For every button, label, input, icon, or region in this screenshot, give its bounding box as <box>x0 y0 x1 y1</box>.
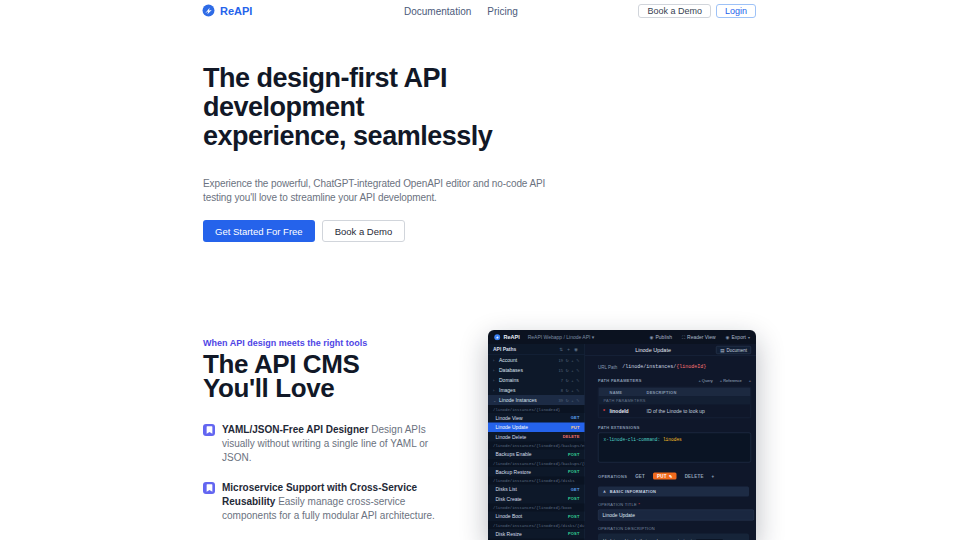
sidebar-title: API Paths <box>493 347 516 353</box>
path-extensions-label: PATH EXTENSIONS <box>598 425 751 430</box>
section-heading: The API CMS You'll Love <box>203 352 359 400</box>
plus-icon: + <box>571 388 573 393</box>
endpoint-linode-delete: Linode DeleteDELETE <box>488 432 585 442</box>
brand-name: ReAPI <box>220 5 252 17</box>
nav-pricing[interactable]: Pricing <box>487 6 518 17</box>
brand-logo[interactable]: ReAPI <box>202 4 252 17</box>
endpoint-backup-restore: Backup RestorePOST <box>488 467 585 477</box>
path-parameters-header: PATH PARAMETERS + Query + Reference + <box>598 379 751 384</box>
chevron-right-icon: › <box>493 388 497 393</box>
edit-icon: ✎ <box>576 368 579 373</box>
feature-text: YAML/JSON-Free API Designer Design APIs … <box>222 423 459 465</box>
edit-icon: ✎ <box>576 388 579 393</box>
get-started-button[interactable]: Get Started For Free <box>203 220 315 242</box>
endpoint-editor-panel: Linode Update ▤Document URL Path /linode… <box>585 344 756 540</box>
refresh-icon: ↻ <box>565 378 568 383</box>
book-demo-button[interactable]: Book a Demo <box>638 4 711 18</box>
hero-title: The design-first API development experie… <box>203 64 492 151</box>
operation-description-box: Updates a Linode that you have permissio… <box>598 534 749 540</box>
url-path-label: URL Path <box>598 364 617 369</box>
plus-icon: + <box>571 398 573 403</box>
app-screenshot: ReAPI ReAPI Webapp / Linode API ▾ ◉Publi… <box>488 330 756 540</box>
tab-delete: DELETE <box>685 474 704 479</box>
app-breadcrumb: ReAPI Webapp / Linode API ▾ <box>528 334 595 340</box>
endpoint-path: /linode/instances/{linodeId} <box>488 405 585 413</box>
sidebar-header: API Paths ⇅ + ◉ <box>488 344 585 355</box>
nav-documentation[interactable]: Documentation <box>404 6 471 17</box>
edit-icon: ✎ <box>576 358 579 363</box>
url-path-value: /linode/instances/{linodeId} <box>622 364 706 370</box>
publish-button: ◉Publish <box>650 334 672 340</box>
refresh-icon: ↻ <box>565 368 568 373</box>
reapi-logo-icon <box>202 4 215 17</box>
edit-icon: ✎ <box>576 378 579 383</box>
tab-add-operation: + <box>712 474 715 479</box>
hero-book-demo-button[interactable]: Book a Demo <box>322 220 406 242</box>
app-brand-name: ReAPI <box>504 334 520 340</box>
folder-linode-instances: ⌄ Linode Instances 39↻+✎ <box>488 395 585 405</box>
plus-icon: + <box>571 368 573 373</box>
endpoint-linode-update: Linode UpdatePUT <box>488 423 585 433</box>
chevron-down-icon: ⌄ <box>493 398 497 403</box>
folder-account: › Account 19↻+✎ <box>488 355 585 365</box>
feature-list: YAML/JSON-Free API Designer Design APIs … <box>203 423 459 540</box>
endpoint-linode-view: Linode ViewGET <box>488 413 585 423</box>
parameter-row-linodeid: * linodeId ID of the Linode to look up <box>599 405 751 418</box>
landing-page: ReAPI Documentation Pricing Book a Demo … <box>0 0 960 540</box>
folder-images: › Images 8↻+✎ <box>488 385 585 395</box>
endpoint-path: /linode/instances/{linodeId}/disks/{disk… <box>488 521 585 529</box>
hero-cta-group: Get Started For Free Book a Demo <box>203 220 405 242</box>
operation-title-label: OPERATION TITLE * <box>598 503 751 508</box>
refresh-icon: ↻ <box>565 398 568 403</box>
plus-icon: + <box>571 358 573 363</box>
chevron-right-icon: › <box>493 368 497 373</box>
endpoint-path: /linode/instances/{linodeId}/boot <box>488 504 585 512</box>
operation-title-input: Linode Update <box>598 510 754 521</box>
reader-view-button: ⛶Reader View <box>682 334 716 340</box>
folder-domains: › Domains 7↻+✎ <box>488 375 585 385</box>
endpoint-disk-resize: Disk ResizePOST <box>488 529 585 539</box>
endpoint-disks-list: Disks ListGET <box>488 485 585 495</box>
api-paths-sidebar: API Paths ⇅ + ◉ › Account 19↻+✎ › Databa… <box>488 344 585 540</box>
document-icon: ▤ <box>720 347 724 352</box>
chevron-up-icon: ∧ <box>603 489 606 494</box>
app-window: ReAPI ReAPI Webapp / Linode API ▾ ◉Publi… <box>488 330 756 540</box>
add-reference-button: + Reference <box>720 379 742 384</box>
bookmark-icon <box>203 424 215 436</box>
table-group-row: PATH PARAMETERS <box>599 397 751 405</box>
editor-header: Linode Update ▤Document <box>585 344 756 356</box>
basic-information-section: ∧ BASIC INFORMATION <box>598 487 749 497</box>
app-brand: ReAPI <box>494 334 520 341</box>
operations-tabs: OPERATIONS GET PUT✎ DELETE + <box>598 473 751 480</box>
endpoint-path: /linode/instances/{linodeId}/backups/ena… <box>488 442 585 450</box>
feature-item-microservice: Microservice Support with Cross-Service … <box>203 481 459 523</box>
plus-icon: + <box>571 378 573 383</box>
endpoint-path: /linode/instances/{linodeId}/disks <box>488 477 585 485</box>
bookmark-icon <box>203 482 215 494</box>
section-eyebrow: When API design meets the right tools <box>203 338 367 348</box>
sidebar-toolbar-icons: ⇅ + ◉ <box>559 347 579 352</box>
refresh-icon: ↻ <box>565 358 568 363</box>
tab-put: PUT✎ <box>653 473 677 480</box>
chevron-right-icon: › <box>493 358 497 363</box>
url-path-row: URL Path /linode/instances/{linodeId} <box>598 364 751 370</box>
feature-title: YAML/JSON-Free API Designer <box>222 424 369 435</box>
chevron-right-icon: › <box>493 378 497 383</box>
hero-subtitle: Experience the powerful, ChatGPT-integra… <box>203 177 545 205</box>
tab-get: GET <box>635 474 645 479</box>
app-topbar: ReAPI ReAPI Webapp / Linode API ▾ ◉Publi… <box>488 330 756 344</box>
add-query-button: + Query <box>698 379 712 384</box>
endpoint-linode-boot: Linode BootPOST <box>488 512 585 522</box>
endpoint-backups-enable: Backups EnablePOST <box>488 450 585 460</box>
chevron-down-icon: ▾ <box>748 335 750 340</box>
document-button: ▤Document <box>716 346 751 354</box>
table-header: NAME DESCRIPTION <box>599 388 751 397</box>
header-nav: Documentation Pricing <box>404 6 518 17</box>
feature-item-api-designer: YAML/JSON-Free API Designer Design APIs … <box>203 423 459 465</box>
login-button[interactable]: Login <box>716 4 756 18</box>
export-button: ◉Export ▾ <box>726 334 750 340</box>
editor-title: Linode Update <box>590 347 716 353</box>
reapi-logo-icon <box>494 334 501 341</box>
parameters-table: NAME DESCRIPTION PATH PARAMETERS * linod… <box>598 387 751 418</box>
reader-view-icon: ⛶ <box>682 334 685 340</box>
